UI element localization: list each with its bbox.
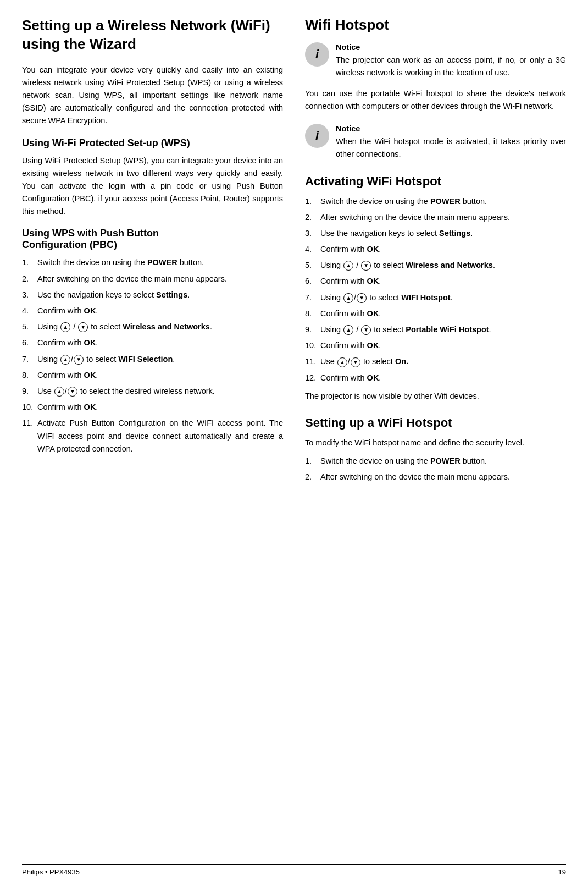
- act-up4-icon: ▲: [337, 357, 347, 367]
- setup-steps-list: 1. Switch the device on using the POWER …: [305, 455, 566, 483]
- act-down-icon: ▼: [361, 261, 371, 271]
- step-1: 1. Switch the device on using the POWER …: [22, 256, 283, 269]
- step-8: 8. Confirm with OK.: [22, 369, 283, 382]
- setup-intro-text: To modify the WiFi hotspot name and defi…: [305, 437, 566, 449]
- left-column: Setting up a Wireless Network (WiFi) usi…: [22, 16, 283, 489]
- up-circle-icon: ▲: [60, 355, 70, 365]
- wps-steps-list: 1. Switch the device on using the POWER …: [22, 256, 283, 455]
- act-step-4: 4. Confirm with OK.: [305, 243, 566, 256]
- act-up3-icon: ▲: [343, 325, 353, 335]
- act-step-6: 6. Confirm with OK.: [305, 275, 566, 288]
- activating-title: Activating WiFi Hotspot: [305, 174, 566, 189]
- act-step-7: 7. Using ▲/▼ to select WIFI Hotspot.: [305, 291, 566, 304]
- step-7: 7. Using ▲/▼ to select WIFI Selection.: [22, 353, 283, 366]
- notice1-followup: You can use the portable Wi-Fi hotspot t…: [305, 87, 566, 113]
- page-footer: Philips • PPX4935 19: [22, 864, 566, 876]
- down-arrow-icon: ▼: [78, 322, 88, 332]
- section1-text: Using WiFi Protected Setup (WPS), you ca…: [22, 155, 283, 218]
- notice-icon-2: i: [305, 124, 329, 148]
- down-circle-icon: ▼: [74, 355, 84, 365]
- step-6: 6. Confirm with OK.: [22, 337, 283, 349]
- section2-title: Using WPS with Push ButtonConfiguration …: [22, 228, 283, 251]
- act-step-12: 12. Confirm with OK.: [305, 372, 566, 384]
- act-step-8: 8. Confirm with OK.: [305, 307, 566, 320]
- main-title: Setting up a Wireless Network (WiFi) usi…: [22, 16, 283, 54]
- step-4: 4. Confirm with OK.: [22, 305, 283, 317]
- act-up2-icon: ▲: [343, 293, 353, 303]
- up-arrow-icon: ▲: [60, 322, 70, 332]
- step-2: 2. After switching on the device the mai…: [22, 273, 283, 285]
- act-step-1: 1. Switch the device on using the POWER …: [305, 195, 566, 208]
- act-step-11: 11. Use ▲/▼ to select On.: [305, 355, 566, 368]
- act-down2-icon: ▼: [357, 293, 367, 303]
- section1-title: Using Wi-Fi Protected Set-up (WPS): [22, 137, 283, 149]
- step-3: 3. Use the navigation keys to select Set…: [22, 289, 283, 301]
- notice-box-1: i Notice The projector can work as an ac…: [305, 41, 566, 80]
- act-down4-icon: ▼: [351, 357, 360, 367]
- act-step-10: 10. Confirm with OK.: [305, 339, 566, 352]
- setup-title: Setting up a WiFi Hotspot: [305, 416, 566, 430]
- notice-content-2: Notice When the WiFi hotspot mode is act…: [336, 123, 566, 161]
- step-10: 10. Confirm with OK.: [22, 401, 283, 414]
- intro-text: You can integrate your device very quick…: [22, 64, 283, 128]
- setup-step-1: 1. Switch the device on using the POWER …: [305, 455, 566, 467]
- act-down3-icon: ▼: [361, 325, 371, 335]
- act-up-icon: ▲: [343, 261, 353, 271]
- notice-content-1: Notice The projector can work as an acce…: [336, 41, 566, 80]
- activating-footer-text: The projector is now visible by other Wi…: [305, 390, 566, 403]
- setup-step-2: 2. After switching on the device the mai…: [305, 471, 566, 483]
- step-11: 11. Activate Push Button Configuration o…: [22, 417, 283, 455]
- brand-label: Philips • PPX4935: [22, 868, 80, 876]
- page-number: 19: [558, 868, 566, 876]
- wifi-hotspot-title: Wifi Hotspot: [305, 16, 566, 34]
- act-step-3: 3. Use the navigation keys to select Set…: [305, 227, 566, 240]
- activating-steps-list: 1. Switch the device on using the POWER …: [305, 195, 566, 384]
- notice-icon-1: i: [305, 42, 329, 67]
- right-column: Wifi Hotspot i Notice The projector can …: [305, 16, 566, 489]
- down-circle2-icon: ▼: [68, 387, 77, 397]
- act-step-9: 9. Using ▲ / ▼ to select Portable WiFi H…: [305, 323, 566, 336]
- step-9: 9. Use ▲/▼ to select the desired wireles…: [22, 385, 283, 398]
- act-step-2: 2. After switching on the device the mai…: [305, 211, 566, 224]
- notice-box-2: i Notice When the WiFi hotspot mode is a…: [305, 123, 566, 161]
- step-5: 5. Using ▲ / ▼ to select Wireless and Ne…: [22, 321, 283, 333]
- up-circle2-icon: ▲: [54, 387, 64, 397]
- act-step-5: 5. Using ▲ / ▼ to select Wireless and Ne…: [305, 259, 566, 272]
